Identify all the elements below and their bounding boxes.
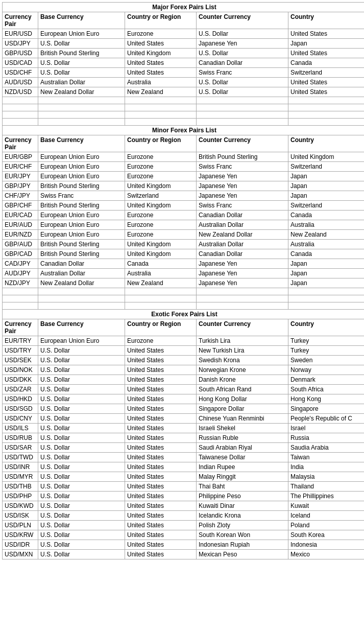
cell-1-13-1: New Zealand Dollar	[38, 278, 125, 288]
cell-2-9-2: United States	[125, 424, 197, 433]
cell-2-16-4: The Phillippines	[288, 492, 365, 501]
cell-2-18-2: United States	[125, 511, 197, 521]
table-row: GBP/CHFBritish Pound SterlingUnited King…	[3, 201, 365, 211]
cell-1-11-1: Canadian Dollar	[38, 259, 125, 269]
table-row: GBP/USDBritish Pound SterlingUnited King…	[3, 49, 365, 58]
cell-1-10-4: Canada	[288, 249, 365, 259]
cell-0-1-3: Japanese Yen	[197, 39, 288, 49]
table-row: EUR/TRYEuropean Union EuroEurozoneTurkis…	[3, 336, 365, 346]
cell-2-1-3: New Turkish Lira	[197, 346, 288, 356]
cell-1-7-3: Australian Dollar	[197, 220, 288, 230]
cell-1-10-1: British Pound Sterling	[38, 249, 125, 259]
cell-1-12-4: Japan	[288, 269, 365, 278]
cell-0-10-4	[288, 119, 365, 126]
cell-1-9-0: GBP/AUD	[3, 240, 38, 249]
cell-1-2-2: Eurozone	[125, 172, 197, 181]
cell-1-10-2: United Kingdom	[125, 249, 197, 259]
cell-2-2-2: United States	[125, 356, 197, 365]
col-header-cell-0-1: Base Currency	[38, 12, 125, 29]
cell-1-0-1: European Union Euro	[38, 152, 125, 162]
cell-0-6-1: New Zealand Dollar	[38, 87, 125, 97]
cell-0-8-0	[3, 104, 38, 111]
table-row	[3, 97, 365, 104]
cell-1-4-4: Japan	[288, 191, 365, 201]
cell-1-0-0: EUR/GBP	[3, 152, 38, 162]
cell-0-6-0: NZD/USD	[3, 87, 38, 97]
cell-1-1-0: EUR/CHF	[3, 162, 38, 172]
cell-0-9-1	[38, 111, 125, 119]
cell-0-1-2: United States	[125, 39, 197, 49]
cell-2-20-3: South Korean Won	[197, 530, 288, 540]
table-row	[3, 295, 365, 302]
cell-2-4-1: U.S. Dollar	[38, 375, 125, 385]
col-header-1: Currency PairBase CurrencyCountry or Reg…	[3, 135, 365, 152]
cell-0-8-1	[38, 104, 125, 111]
cell-2-1-0: USD/TRY	[3, 346, 38, 356]
cell-1-14-0	[3, 288, 38, 295]
cell-0-6-3: U.S. Dollar	[197, 87, 288, 97]
cell-2-5-0: USD/ZAR	[3, 385, 38, 394]
cell-2-19-4: Poland	[288, 521, 365, 530]
cell-1-9-3: Australian Dollar	[197, 240, 288, 249]
cell-2-21-3: Indonesian Rupiah	[197, 540, 288, 550]
cell-1-12-0: AUD/JPY	[3, 269, 38, 278]
cell-2-13-3: Indian Rupee	[197, 462, 288, 472]
table-row: GBP/CADBritish Pound SterlingUnited King…	[3, 249, 365, 259]
cell-1-7-4: Australia	[288, 220, 365, 230]
table-row: EUR/CHFEuropean Union EuroEurozoneSwiss …	[3, 162, 365, 172]
cell-1-3-2: United Kingdom	[125, 181, 197, 191]
cell-1-8-0: EUR/NZD	[3, 230, 38, 240]
cell-2-7-2: United States	[125, 404, 197, 414]
table-row: USD/PHPU.S. DollarUnited StatesPhilippin…	[3, 492, 365, 501]
cell-1-5-1: British Pound Sterling	[38, 201, 125, 211]
cell-2-10-2: United States	[125, 433, 197, 443]
cell-2-6-4: Hong Kong	[288, 394, 365, 404]
cell-2-8-1: U.S. Dollar	[38, 414, 125, 424]
cell-0-3-2: United States	[125, 58, 197, 68]
col-header-cell-2-2: Country or Region	[125, 319, 197, 336]
cell-0-2-0: GBP/USD	[3, 49, 38, 58]
table-row: USD/MXNU.S. DollarUnited StatesMexican P…	[3, 550, 365, 559]
cell-2-8-0: USD/CNY	[3, 414, 38, 424]
table-row: USD/CNYU.S. DollarUnited StatesChinese Y…	[3, 414, 365, 424]
cell-0-4-3: Swiss Franc	[197, 68, 288, 78]
cell-1-2-4: Japan	[288, 172, 365, 181]
cell-2-20-1: U.S. Dollar	[38, 530, 125, 540]
cell-2-20-2: United States	[125, 530, 197, 540]
cell-1-11-3: Japanese Yen	[197, 259, 288, 269]
cell-1-10-3: Canadian Dollar	[197, 249, 288, 259]
cell-2-11-1: U.S. Dollar	[38, 443, 125, 453]
cell-1-11-0: CAD/JPY	[3, 259, 38, 269]
cell-1-0-4: United Kingdom	[288, 152, 365, 162]
col-header-cell-1-0: Currency Pair	[3, 135, 38, 152]
cell-2-5-4: South Africa	[288, 385, 365, 394]
cell-1-15-3	[197, 295, 288, 302]
cell-2-2-1: U.S. Dollar	[38, 356, 125, 365]
cell-2-22-4: Mexico	[288, 550, 365, 559]
cell-2-10-0: USD/RUB	[3, 433, 38, 443]
table-row: EUR/NZDEuropean Union EuroEurozoneNew Ze…	[3, 230, 365, 240]
cell-2-22-3: Mexican Peso	[197, 550, 288, 559]
cell-2-3-0: USD/NOK	[3, 365, 38, 375]
cell-2-18-3: Icelandic Krona	[197, 511, 288, 521]
cell-1-7-2: Eurozone	[125, 220, 197, 230]
cell-2-1-4: Turkey	[288, 346, 365, 356]
cell-0-0-2: Eurozone	[125, 29, 197, 39]
cell-1-12-2: Australia	[125, 269, 197, 278]
col-header-cell-1-4: Country	[288, 135, 365, 152]
table-row: USD/ZARU.S. DollarUnited StatesSouth Afr…	[3, 385, 365, 394]
table-row: USD/CHFU.S. DollarUnited StatesSwiss Fra…	[3, 68, 365, 78]
cell-2-0-2: Eurozone	[125, 336, 197, 346]
col-header-cell-2-3: Counter Currency	[197, 319, 288, 336]
table-row: USD/THBU.S. DollarUnited StatesThai Baht…	[3, 482, 365, 492]
cell-1-4-1: Swiss Franc	[38, 191, 125, 201]
cell-2-2-3: Swedish Krona	[197, 356, 288, 365]
cell-2-3-2: United States	[125, 365, 197, 375]
cell-2-0-3: Turkish Lira	[197, 336, 288, 346]
table-row: USD/TWDU.S. DollarUnited StatesTaiwanese…	[3, 453, 365, 462]
section-header-2: Exotic Forex Pairs List	[3, 310, 365, 319]
cell-0-7-1	[38, 97, 125, 104]
section-header-1: Minor Forex Pairs List	[3, 126, 365, 135]
table-row: EUR/CADEuropean Union EuroEurozoneCanadi…	[3, 211, 365, 220]
cell-1-13-4: Japan	[288, 278, 365, 288]
